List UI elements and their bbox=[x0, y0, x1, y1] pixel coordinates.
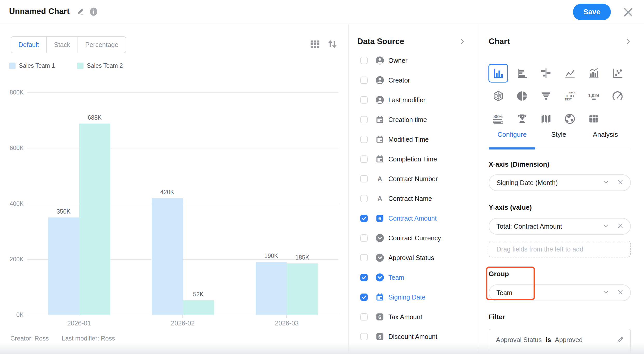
bar[interactable] bbox=[256, 262, 287, 315]
field-row[interactable]: Creation time bbox=[349, 110, 478, 130]
legend-label: Sales Team 2 bbox=[87, 62, 123, 69]
chart-type-bar-chart[interactable] bbox=[510, 62, 534, 85]
bar[interactable] bbox=[183, 300, 214, 315]
svg-text:A: A bbox=[377, 175, 382, 182]
bidirectional-bar-icon bbox=[536, 64, 556, 83]
checkbox-unchecked[interactable] bbox=[360, 254, 368, 261]
field-row[interactable]: 6Contract Amount bbox=[349, 208, 478, 228]
y-axis-field-select[interactable]: Total: Contract Amount bbox=[489, 218, 631, 235]
bar[interactable] bbox=[48, 217, 79, 315]
line-icon bbox=[560, 64, 580, 83]
field-label: Completion Time bbox=[388, 155, 437, 163]
field-label: Signing Date bbox=[388, 294, 425, 301]
chart-mode-switcher: DefaultStackPercentage bbox=[11, 36, 126, 53]
bar-icon bbox=[512, 64, 532, 83]
y-axis-tick-label: 400K bbox=[1, 200, 24, 207]
y-axis-dropzone[interactable]: Drag fields from the left to add bbox=[489, 241, 631, 257]
field-row[interactable]: Team bbox=[349, 268, 478, 287]
group-field-select[interactable]: Team bbox=[489, 284, 631, 301]
sort-icon[interactable] bbox=[326, 38, 339, 50]
chart-type-number-card[interactable]: 1,024 bbox=[582, 85, 606, 107]
bar[interactable] bbox=[79, 124, 110, 315]
filter-section-label: Filter bbox=[489, 313, 505, 321]
tab-style[interactable]: Style bbox=[535, 131, 582, 139]
edit-title-icon[interactable] bbox=[76, 7, 85, 16]
clear-field-icon[interactable] bbox=[617, 222, 624, 230]
field-row[interactable]: AContract Number bbox=[349, 169, 478, 189]
tab-configure[interactable]: Configure bbox=[489, 131, 535, 139]
info-icon[interactable] bbox=[89, 7, 98, 16]
checkbox-checked[interactable] bbox=[360, 215, 368, 222]
chart-type-column-chart-selected[interactable] bbox=[486, 62, 510, 85]
checkbox-unchecked[interactable] bbox=[360, 234, 368, 242]
field-row[interactable]: Contract Currency bbox=[349, 228, 478, 248]
chevron-down-icon[interactable] bbox=[602, 222, 610, 230]
chart-type-gauge-chart[interactable] bbox=[606, 85, 629, 107]
chart-type-bidirectional-bar-chart[interactable] bbox=[534, 62, 558, 85]
legend-item[interactable]: Sales Team 1 bbox=[9, 62, 55, 69]
legend-item[interactable]: Sales Team 2 bbox=[77, 62, 123, 69]
checkbox-checked[interactable] bbox=[360, 294, 368, 301]
checkbox-checked[interactable] bbox=[360, 274, 368, 281]
chevron-down-icon[interactable] bbox=[602, 179, 610, 187]
checkbox-unchecked[interactable] bbox=[360, 333, 368, 340]
tab-active-underline bbox=[489, 147, 535, 149]
field-row[interactable]: Owner bbox=[349, 51, 478, 70]
field-row[interactable]: Creator bbox=[349, 70, 478, 90]
field-label: Team bbox=[388, 274, 404, 281]
collapse-chevron-icon[interactable] bbox=[458, 37, 466, 46]
field-row[interactable]: Approval Status bbox=[349, 248, 478, 268]
world-map-icon bbox=[560, 110, 580, 128]
filter-condition-row[interactable]: Approval Status is Approved bbox=[489, 329, 631, 354]
chart-type-radar-chart[interactable] bbox=[486, 85, 510, 107]
mode-tab-percentage[interactable]: Percentage bbox=[78, 37, 126, 53]
checkbox-unchecked[interactable] bbox=[360, 57, 368, 64]
edit-filter-icon[interactable] bbox=[616, 336, 624, 344]
checkbox-unchecked[interactable] bbox=[360, 313, 368, 321]
field-row[interactable]: Signing Date bbox=[349, 287, 478, 307]
checkbox-unchecked[interactable] bbox=[360, 116, 368, 123]
checkbox-unchecked[interactable] bbox=[360, 136, 368, 143]
mode-tab-default[interactable]: Default bbox=[11, 37, 46, 53]
chart-type-table-chart[interactable] bbox=[582, 107, 606, 130]
chevron-down-icon[interactable] bbox=[602, 289, 610, 297]
chart-type-world-map-chart[interactable] bbox=[558, 107, 582, 130]
bar-value-label: 185K bbox=[295, 254, 309, 261]
checkbox-unchecked[interactable] bbox=[360, 155, 368, 163]
chart-type-pie-chart[interactable] bbox=[510, 85, 534, 107]
field-row[interactable]: Last modifier bbox=[349, 90, 478, 110]
mode-tab-stack[interactable]: Stack bbox=[46, 37, 78, 53]
close-icon[interactable] bbox=[622, 6, 634, 18]
chart-type-combo-chart[interactable] bbox=[582, 62, 606, 85]
top-bar: Unnamed Chart Save bbox=[0, 0, 644, 24]
field-row[interactable]: 6Discount Amount bbox=[349, 327, 478, 346]
checkbox-unchecked[interactable] bbox=[360, 77, 368, 84]
chart-type-ranking-chart[interactable] bbox=[510, 107, 534, 130]
save-button[interactable]: Save bbox=[573, 4, 611, 20]
chart-type-scatter-chart[interactable] bbox=[606, 62, 629, 85]
chart-type-word-cloud[interactable]: TEXTTEXTTEXT bbox=[558, 85, 582, 107]
chart-type-progress-chart[interactable]: 88% bbox=[486, 107, 510, 130]
chart-type-map-chart[interactable] bbox=[534, 107, 558, 130]
clear-field-icon[interactable] bbox=[617, 289, 624, 297]
clear-field-icon[interactable] bbox=[617, 179, 624, 187]
checkbox-unchecked[interactable] bbox=[360, 195, 368, 202]
gridline bbox=[27, 92, 338, 93]
bar[interactable] bbox=[287, 263, 318, 315]
chart-type-funnel-chart[interactable] bbox=[534, 85, 558, 107]
x-axis-field-select[interactable]: Signing Date (Month) bbox=[489, 174, 631, 191]
field-row[interactable]: Modified Time bbox=[349, 130, 478, 149]
field-row[interactable]: AContract Name bbox=[349, 189, 478, 208]
checkbox-unchecked[interactable] bbox=[360, 175, 368, 182]
chart-type-grid: TEXTTEXTTEXT1,02488% bbox=[486, 62, 629, 130]
chart-type-line-chart[interactable] bbox=[558, 62, 582, 85]
config-tab-bar: ConfigureStyleAnalysis bbox=[489, 131, 629, 139]
tab-analysis[interactable]: Analysis bbox=[582, 131, 629, 139]
text-icon: A bbox=[375, 174, 384, 183]
field-row[interactable]: Completion Time bbox=[349, 149, 478, 169]
collapse-chevron-icon[interactable] bbox=[624, 37, 632, 46]
checkbox-unchecked[interactable] bbox=[360, 96, 368, 104]
bar[interactable] bbox=[152, 198, 183, 315]
table-view-icon[interactable] bbox=[309, 38, 321, 50]
field-row[interactable]: 6Tax Amount bbox=[349, 307, 478, 327]
